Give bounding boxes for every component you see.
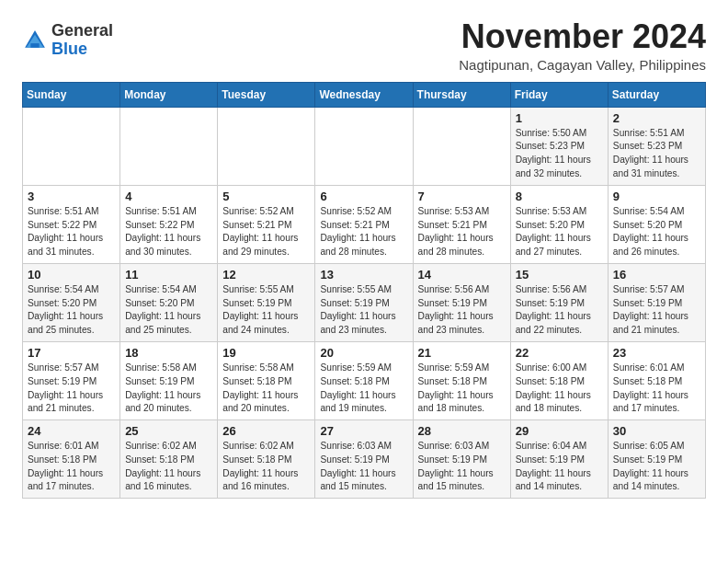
day-number: 25 <box>125 424 212 438</box>
day-number: 3 <box>28 190 115 203</box>
day-info: Sunrise: 6:02 AM Sunset: 5:18 PM Dayligh… <box>125 440 212 494</box>
calendar-cell: 16Sunrise: 5:57 AM Sunset: 5:19 PM Dayli… <box>608 263 705 341</box>
day-number: 12 <box>222 268 310 282</box>
calendar-cell: 12Sunrise: 5:55 AM Sunset: 5:19 PM Dayli… <box>218 263 315 341</box>
calendar-cell: 24Sunrise: 6:01 AM Sunset: 5:18 PM Dayli… <box>23 420 120 499</box>
day-info: Sunrise: 5:58 AM Sunset: 5:19 PM Dayligh… <box>125 362 212 416</box>
calendar-body: 1Sunrise: 5:50 AM Sunset: 5:23 PM Daylig… <box>23 107 706 499</box>
calendar-cell: 9Sunrise: 5:54 AM Sunset: 5:20 PM Daylig… <box>608 185 705 263</box>
day-info: Sunrise: 6:05 AM Sunset: 5:19 PM Dayligh… <box>613 440 700 494</box>
day-number: 14 <box>418 268 506 282</box>
day-info: Sunrise: 6:02 AM Sunset: 5:18 PM Dayligh… <box>222 440 310 494</box>
calendar-cell: 8Sunrise: 5:53 AM Sunset: 5:20 PM Daylig… <box>510 185 608 263</box>
day-number: 6 <box>320 190 407 203</box>
day-number: 1 <box>516 111 603 125</box>
day-number: 18 <box>125 346 212 360</box>
calendar-cell: 26Sunrise: 6:02 AM Sunset: 5:18 PM Dayli… <box>218 420 315 499</box>
calendar-cell: 10Sunrise: 5:54 AM Sunset: 5:20 PM Dayli… <box>23 263 120 341</box>
calendar-cell: 2Sunrise: 5:51 AM Sunset: 5:23 PM Daylig… <box>608 107 705 185</box>
day-info: Sunrise: 5:59 AM Sunset: 5:18 PM Dayligh… <box>320 362 407 416</box>
calendar-week-5: 24Sunrise: 6:01 AM Sunset: 5:18 PM Dayli… <box>23 420 706 499</box>
col-monday: Monday <box>120 82 218 107</box>
col-saturday: Saturday <box>608 82 705 107</box>
calendar-cell <box>23 107 120 185</box>
day-info: Sunrise: 5:57 AM Sunset: 5:19 PM Dayligh… <box>28 362 115 416</box>
calendar-week-2: 3Sunrise: 5:51 AM Sunset: 5:22 PM Daylig… <box>23 185 706 263</box>
calendar-cell <box>218 107 315 185</box>
calendar-cell: 13Sunrise: 5:55 AM Sunset: 5:19 PM Dayli… <box>315 263 413 341</box>
title-area: November 2024 Nagtipunan, Cagayan Valley… <box>459 18 706 73</box>
svg-rect-2 <box>30 43 39 48</box>
calendar-cell: 30Sunrise: 6:05 AM Sunset: 5:19 PM Dayli… <box>608 420 705 499</box>
day-info: Sunrise: 5:54 AM Sunset: 5:20 PM Dayligh… <box>613 205 700 259</box>
calendar-cell: 14Sunrise: 5:56 AM Sunset: 5:19 PM Dayli… <box>413 263 510 341</box>
calendar-cell: 7Sunrise: 5:53 AM Sunset: 5:21 PM Daylig… <box>413 185 510 263</box>
day-number: 20 <box>320 346 407 360</box>
calendar-cell: 15Sunrise: 5:56 AM Sunset: 5:19 PM Dayli… <box>510 263 608 341</box>
day-info: Sunrise: 5:58 AM Sunset: 5:18 PM Dayligh… <box>222 362 310 416</box>
calendar-cell <box>315 107 413 185</box>
calendar-cell: 3Sunrise: 5:51 AM Sunset: 5:22 PM Daylig… <box>23 185 120 263</box>
day-info: Sunrise: 5:51 AM Sunset: 5:22 PM Dayligh… <box>125 205 212 259</box>
col-sunday: Sunday <box>23 82 120 107</box>
day-info: Sunrise: 6:01 AM Sunset: 5:18 PM Dayligh… <box>28 440 115 494</box>
calendar-week-4: 17Sunrise: 5:57 AM Sunset: 5:19 PM Dayli… <box>23 341 706 419</box>
day-info: Sunrise: 5:52 AM Sunset: 5:21 PM Dayligh… <box>222 205 310 259</box>
calendar-cell: 21Sunrise: 5:59 AM Sunset: 5:18 PM Dayli… <box>413 341 510 419</box>
day-number: 2 <box>613 111 700 125</box>
day-number: 7 <box>418 190 506 203</box>
day-info: Sunrise: 5:55 AM Sunset: 5:19 PM Dayligh… <box>320 283 407 338</box>
day-info: Sunrise: 5:52 AM Sunset: 5:21 PM Dayligh… <box>320 205 407 259</box>
day-info: Sunrise: 6:00 AM Sunset: 5:18 PM Dayligh… <box>516 362 603 416</box>
calendar-cell: 29Sunrise: 6:04 AM Sunset: 5:19 PM Dayli… <box>510 420 608 499</box>
day-info: Sunrise: 5:50 AM Sunset: 5:23 PM Dayligh… <box>516 127 603 181</box>
day-number: 4 <box>125 190 212 203</box>
day-info: Sunrise: 6:03 AM Sunset: 5:19 PM Dayligh… <box>418 440 506 494</box>
day-number: 17 <box>28 346 115 360</box>
day-number: 19 <box>222 346 310 360</box>
day-number: 26 <box>222 424 310 438</box>
calendar-cell <box>120 107 218 185</box>
day-info: Sunrise: 5:53 AM Sunset: 5:20 PM Dayligh… <box>516 205 603 259</box>
calendar-header: Sunday Monday Tuesday Wednesday Thursday… <box>23 82 706 107</box>
day-number: 21 <box>418 346 506 360</box>
location-subtitle: Nagtipunan, Cagayan Valley, Philippines <box>459 57 706 73</box>
day-info: Sunrise: 6:03 AM Sunset: 5:19 PM Dayligh… <box>320 440 407 494</box>
calendar-cell: 6Sunrise: 5:52 AM Sunset: 5:21 PM Daylig… <box>315 185 413 263</box>
day-number: 16 <box>613 268 700 282</box>
day-info: Sunrise: 5:59 AM Sunset: 5:18 PM Dayligh… <box>418 362 506 416</box>
day-number: 5 <box>222 190 310 203</box>
calendar-cell: 22Sunrise: 6:00 AM Sunset: 5:18 PM Dayli… <box>510 341 608 419</box>
calendar-week-3: 10Sunrise: 5:54 AM Sunset: 5:20 PM Dayli… <box>23 263 706 341</box>
header-row: Sunday Monday Tuesday Wednesday Thursday… <box>23 82 706 107</box>
day-info: Sunrise: 5:57 AM Sunset: 5:19 PM Dayligh… <box>613 283 700 338</box>
calendar-cell: 4Sunrise: 5:51 AM Sunset: 5:22 PM Daylig… <box>120 185 218 263</box>
day-info: Sunrise: 5:53 AM Sunset: 5:21 PM Dayligh… <box>418 205 506 259</box>
logo-text: General Blue <box>51 22 113 59</box>
day-number: 24 <box>28 424 115 438</box>
day-info: Sunrise: 5:51 AM Sunset: 5:23 PM Dayligh… <box>613 127 700 181</box>
page-header: General Blue November 2024 Nagtipunan, C… <box>22 18 706 73</box>
day-info: Sunrise: 5:54 AM Sunset: 5:20 PM Dayligh… <box>125 283 212 338</box>
day-number: 10 <box>28 268 115 282</box>
calendar-cell: 18Sunrise: 5:58 AM Sunset: 5:19 PM Dayli… <box>120 341 218 419</box>
calendar-cell: 28Sunrise: 6:03 AM Sunset: 5:19 PM Dayli… <box>413 420 510 499</box>
col-thursday: Thursday <box>413 82 510 107</box>
calendar-week-1: 1Sunrise: 5:50 AM Sunset: 5:23 PM Daylig… <box>23 107 706 185</box>
col-friday: Friday <box>510 82 608 107</box>
calendar-cell <box>413 107 510 185</box>
day-info: Sunrise: 5:56 AM Sunset: 5:19 PM Dayligh… <box>418 283 506 338</box>
calendar-cell: 17Sunrise: 5:57 AM Sunset: 5:19 PM Dayli… <box>23 341 120 419</box>
day-info: Sunrise: 5:51 AM Sunset: 5:22 PM Dayligh… <box>28 205 115 259</box>
calendar-cell: 11Sunrise: 5:54 AM Sunset: 5:20 PM Dayli… <box>120 263 218 341</box>
calendar-cell: 25Sunrise: 6:02 AM Sunset: 5:18 PM Dayli… <box>120 420 218 499</box>
day-number: 27 <box>320 424 407 438</box>
calendar-cell: 27Sunrise: 6:03 AM Sunset: 5:19 PM Dayli… <box>315 420 413 499</box>
logo-icon <box>22 28 48 53</box>
day-info: Sunrise: 5:54 AM Sunset: 5:20 PM Dayligh… <box>28 283 115 338</box>
calendar-cell: 23Sunrise: 6:01 AM Sunset: 5:18 PM Dayli… <box>608 341 705 419</box>
calendar: Sunday Monday Tuesday Wednesday Thursday… <box>22 82 706 500</box>
day-number: 13 <box>320 268 407 282</box>
logo: General Blue <box>22 22 113 59</box>
calendar-cell: 19Sunrise: 5:58 AM Sunset: 5:18 PM Dayli… <box>218 341 315 419</box>
